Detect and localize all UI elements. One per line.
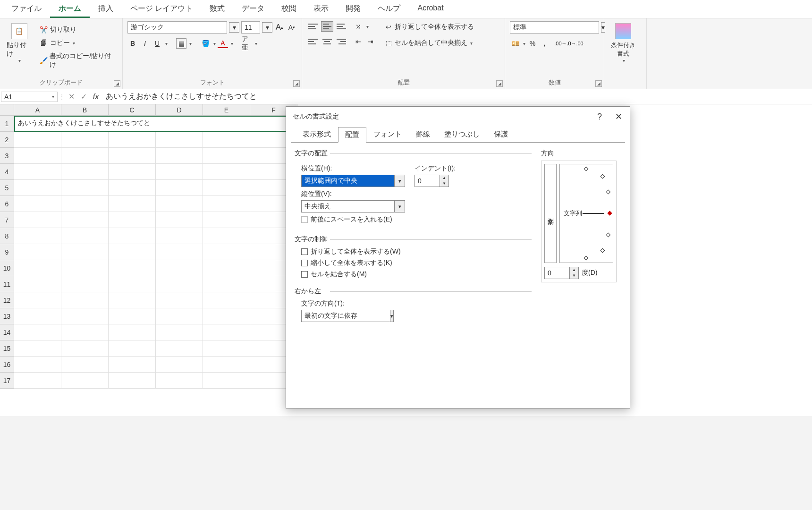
row-header-9[interactable]: 9	[0, 244, 14, 260]
paste-button[interactable]: 📋 貼り付け ▾	[5, 21, 34, 65]
cell[interactable]	[203, 324, 250, 340]
cell[interactable]	[156, 228, 203, 244]
tab-formulas[interactable]: 数式	[201, 0, 233, 18]
shrink-fit-check[interactable]: 縮小して全体を表示する(K)	[301, 259, 532, 267]
align-bottom-button[interactable]	[335, 21, 347, 32]
dlg-tab-border[interactable]: 罫線	[409, 127, 437, 142]
cell[interactable]	[61, 212, 109, 228]
cell[interactable]	[109, 340, 156, 357]
spinner-up[interactable]: ▲	[570, 267, 578, 273]
cell[interactable]	[14, 164, 61, 180]
cell[interactable]	[109, 373, 156, 389]
cell[interactable]	[61, 196, 109, 212]
cell[interactable]	[109, 260, 156, 276]
cell[interactable]	[109, 228, 156, 244]
tab-insert[interactable]: 挿入	[90, 0, 122, 18]
cell[interactable]	[109, 212, 156, 228]
cell[interactable]	[156, 196, 203, 212]
cell[interactable]	[14, 357, 61, 373]
select-all-corner[interactable]	[0, 104, 14, 116]
cell[interactable]	[14, 228, 61, 244]
cell[interactable]	[156, 340, 203, 357]
italic-button[interactable]: I	[140, 38, 150, 49]
chevron-down-icon[interactable]: ▾	[213, 41, 216, 46]
cell[interactable]	[203, 373, 250, 389]
cell[interactable]	[156, 180, 203, 196]
cell[interactable]	[61, 228, 109, 244]
cell[interactable]	[156, 212, 203, 228]
wrap-text-check[interactable]: 折り返して全体を表示する(W)	[301, 247, 532, 256]
row-header-10[interactable]: 10	[0, 260, 14, 276]
font-name-combo[interactable]	[127, 21, 227, 34]
chevron-down-icon[interactable]: ▾	[395, 175, 405, 187]
col-header-C[interactable]: C	[109, 104, 156, 116]
bold-button[interactable]: B	[127, 38, 138, 49]
cell[interactable]	[61, 276, 109, 292]
cell[interactable]	[14, 324, 61, 340]
align-middle-button[interactable]	[321, 21, 333, 32]
cell[interactable]	[156, 357, 203, 373]
degrees-spinner[interactable]: ▲▼	[544, 267, 579, 279]
active-selection[interactable]: あいうえおかきくけこさしすせそたちつてと	[14, 116, 297, 132]
cell[interactable]	[61, 340, 109, 357]
spinner-down[interactable]: ▼	[570, 273, 578, 279]
conditional-format-button[interactable]: 条件付き 書式▾	[609, 21, 637, 65]
cell[interactable]	[61, 132, 109, 148]
tab-data[interactable]: データ	[233, 0, 273, 18]
cell[interactable]	[109, 196, 156, 212]
tab-developer[interactable]: 開発	[337, 0, 369, 18]
name-box[interactable]: A1▾	[1, 92, 58, 102]
row-header-12[interactable]: 12	[0, 292, 14, 308]
row-header-3[interactable]: 3	[0, 148, 14, 164]
row-header-6[interactable]: 6	[0, 196, 14, 212]
percent-button[interactable]: %	[527, 38, 538, 49]
grow-font-button[interactable]: A▴	[274, 22, 285, 33]
cell[interactable]	[156, 324, 203, 340]
col-header-B[interactable]: B	[61, 104, 109, 116]
underline-button[interactable]: U	[152, 38, 162, 49]
orientation-dial[interactable]: 文字列	[559, 164, 613, 263]
cell[interactable]	[14, 373, 61, 389]
cell[interactable]	[14, 340, 61, 357]
cell[interactable]	[156, 132, 203, 148]
text-direction-combo[interactable]: ▾	[301, 310, 381, 322]
increase-indent-button[interactable]: ⇥	[365, 36, 376, 47]
cell[interactable]	[203, 148, 250, 164]
cell[interactable]	[156, 164, 203, 180]
tab-acrobat[interactable]: Acrobat	[409, 0, 452, 18]
cell[interactable]	[61, 244, 109, 260]
cell[interactable]	[203, 357, 250, 373]
row-header-16[interactable]: 16	[0, 357, 14, 373]
cell[interactable]	[61, 260, 109, 276]
cut-button[interactable]: ✂️切り取り	[37, 24, 118, 35]
cell[interactable]	[61, 308, 109, 324]
formatpainter-button[interactable]: 🖌️書式のコピー/貼り付け	[37, 51, 118, 70]
tab-view[interactable]: 表示	[305, 0, 337, 18]
cell[interactable]	[61, 164, 109, 180]
font-dialog-launcher[interactable]: ◢	[293, 80, 300, 87]
tab-file[interactable]: ファイル	[3, 0, 50, 18]
cell[interactable]	[14, 132, 61, 148]
align-top-button[interactable]	[307, 21, 319, 32]
col-header-D[interactable]: D	[156, 104, 203, 116]
row-header-14[interactable]: 14	[0, 324, 14, 340]
vertical-text-button[interactable]: 文字列	[544, 164, 557, 263]
cell[interactable]	[109, 324, 156, 340]
cell[interactable]	[203, 276, 250, 292]
cell[interactable]	[109, 164, 156, 180]
fill-color-button[interactable]: 🪣	[200, 38, 211, 49]
cell[interactable]	[61, 324, 109, 340]
horizontal-combo[interactable]: ▾	[301, 175, 405, 187]
dlg-tab-protection[interactable]: 保護	[487, 127, 515, 142]
dlg-tab-font[interactable]: フォント	[366, 127, 409, 142]
decrease-decimal-button[interactable]: .0→.00	[570, 38, 580, 49]
chevron-down-icon[interactable]: ▾	[395, 200, 405, 212]
cell[interactable]	[203, 260, 250, 276]
shrink-font-button[interactable]: A▾	[287, 22, 297, 33]
row-header-1[interactable]: 1	[0, 116, 14, 132]
cell[interactable]	[109, 308, 156, 324]
chevron-down-icon[interactable]: ▾	[255, 41, 257, 46]
cell[interactable]	[203, 292, 250, 308]
clipboard-dialog-launcher[interactable]: ◢	[114, 80, 120, 87]
font-size-dropdown[interactable]: ▾	[262, 22, 272, 33]
